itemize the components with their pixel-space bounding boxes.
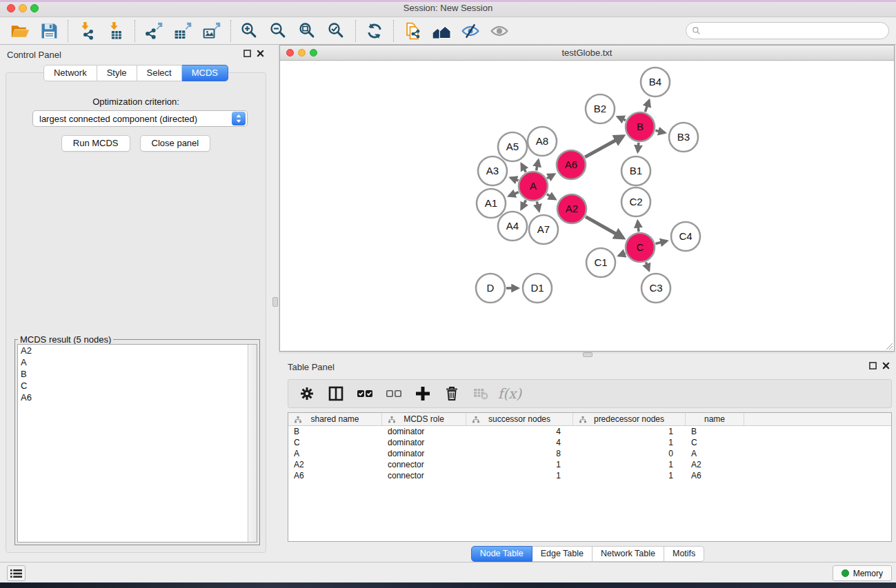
tab-style[interactable]: Style [97,65,137,81]
graph-edge-B-B3[interactable] [655,130,664,132]
home-button[interactable] [427,19,456,43]
create-column-button[interactable] [410,381,436,406]
graph-edge-B-B4[interactable] [645,101,649,112]
graph-node-D[interactable]: D [476,274,505,303]
graph-node-A[interactable]: A [519,172,548,201]
mcds-result-item-a6[interactable]: A6 [18,392,257,403]
tab-edge-table[interactable]: Edge Table [532,546,593,562]
graph-edge-A-A5[interactable] [521,164,526,172]
optimization-criterion-select[interactable]: largest connected component (directed) [32,110,248,127]
graph-node-B4[interactable]: B4 [641,68,670,97]
save-session-button[interactable] [34,19,63,43]
column-header-shared-name[interactable]: shared name [288,413,382,425]
graph-edge-B-B2[interactable] [618,116,626,120]
tab-select[interactable]: Select [137,65,182,81]
select-all-columns-button[interactable] [352,381,378,406]
column-header-predecessor-nodes[interactable]: predecessor nodes [573,413,686,425]
graph-edge-A-A3[interactable] [510,178,518,181]
delete-columns-button[interactable] [439,381,465,406]
graph-edge-A-A4[interactable] [521,200,526,209]
mcds-result-item-b[interactable]: B [18,368,257,380]
tab-network-table[interactable]: Network Table [593,546,664,562]
graph-node-C2[interactable]: C2 [621,187,650,216]
search-input[interactable] [701,26,888,36]
vertical-splitter-grip[interactable] [272,297,278,307]
hide-selected-button[interactable] [456,19,485,43]
table-row[interactable]: Adominator80A [288,448,891,459]
show-columns-button[interactable] [323,381,349,406]
import-network-button[interactable] [72,19,101,43]
node-table[interactable]: shared nameMCDS rolesuccessor nodesprede… [288,412,892,542]
graph-edge-B-B1[interactable] [638,143,639,152]
zoom-in-button[interactable] [235,19,264,43]
mcds-result-scrollbar[interactable] [248,345,257,542]
export-table-button[interactable] [168,19,197,43]
graph-edge-A-A2[interactable] [547,194,555,199]
graph-node-A6[interactable]: A6 [557,150,586,179]
table-settings-button[interactable] [294,381,320,406]
graph-node-D1[interactable]: D1 [523,274,552,303]
graph-edge-C-C1[interactable] [619,253,625,256]
open-session-button[interactable] [6,19,34,43]
graph-node-A3[interactable]: A3 [478,156,507,185]
import-table-button[interactable] [101,19,130,43]
show-all-button[interactable] [485,19,514,43]
column-header-successor-nodes[interactable]: successor nodes [466,413,573,425]
unselect-all-columns-button[interactable] [381,381,407,406]
graph-node-B2[interactable]: B2 [586,94,615,123]
mcds-result-item-c[interactable]: C [18,380,257,392]
graph-node-B1[interactable]: B1 [621,156,650,185]
graph-edge-C-C2[interactable] [638,221,639,232]
network-graph-canvas[interactable]: AA1A2A3A4A5A6A7A8BB1B2B3B4CC1C2C3C4DD1 [280,61,894,351]
zoom-selected-button[interactable] [322,19,351,43]
graph-node-A1[interactable]: A1 [477,189,506,218]
graph-node-C4[interactable]: C4 [671,222,700,251]
close-panel-action-button[interactable]: Close panel [140,135,211,152]
mcds-result-item-a2[interactable]: A2 [18,345,257,356]
table-row[interactable]: A2connector11A2 [288,459,891,470]
graph-edge-A2-C[interactable] [586,216,624,238]
graph-node-A7[interactable]: A7 [529,215,558,244]
graph-node-A2[interactable]: A2 [557,194,586,223]
graph-edge-A-A8[interactable] [537,160,539,170]
window-resize-grip[interactable] [884,341,893,350]
tab-mcds[interactable]: MCDS [182,65,228,81]
graph-node-C3[interactable]: C3 [641,274,670,303]
zoom-fit-button[interactable] [293,19,322,43]
graph-edge-A6-B[interactable] [585,136,623,156]
graph-edge-A-A7[interactable] [537,201,539,210]
graph-node-A8[interactable]: A8 [528,127,557,156]
table-row[interactable]: A6connector11A6 [288,470,891,481]
refresh-button[interactable] [360,19,389,43]
table-row[interactable]: Cdominator41C [288,437,891,448]
run-mcds-button[interactable]: Run MCDS [61,135,130,152]
memory-button[interactable]: Memory [833,565,892,581]
mcds-result-item-a[interactable]: A [18,356,257,368]
graph-node-A5[interactable]: A5 [498,132,527,161]
search-box[interactable] [686,22,889,39]
table-row[interactable]: Bdominator41B [288,426,891,437]
graph-edge-C-C3[interactable] [646,262,648,270]
graph-node-B3[interactable]: B3 [669,123,698,152]
mcds-result-list[interactable]: A2ABCA6 [17,344,257,543]
float-table-panel-button[interactable] [868,361,877,370]
graph-node-A4[interactable]: A4 [498,212,527,241]
tab-node-table[interactable]: Node Table [471,546,532,562]
export-image-button[interactable] [197,19,226,43]
close-panel-button[interactable] [256,49,265,58]
tab-network[interactable]: Network [43,65,97,81]
export-network-button[interactable] [139,19,168,43]
graph-edge-A-A6[interactable] [547,174,555,179]
float-panel-button[interactable] [243,49,252,58]
horizontal-splitter-grip[interactable] [583,352,593,357]
tab-motifs[interactable]: Motifs [664,546,704,562]
task-history-button[interactable] [7,565,26,581]
close-table-panel-button[interactable] [882,361,890,370]
graph-node-C[interactable]: C [626,233,655,262]
column-header-mcds-role[interactable]: MCDS role [382,413,466,425]
graph-edge-A-A1[interactable] [509,192,519,196]
graph-edge-C-C4[interactable] [655,241,666,244]
network-window-titlebar[interactable]: testGlobe.txt [280,45,894,61]
column-header-name[interactable]: name [686,413,744,425]
zoom-out-button[interactable] [264,19,293,43]
